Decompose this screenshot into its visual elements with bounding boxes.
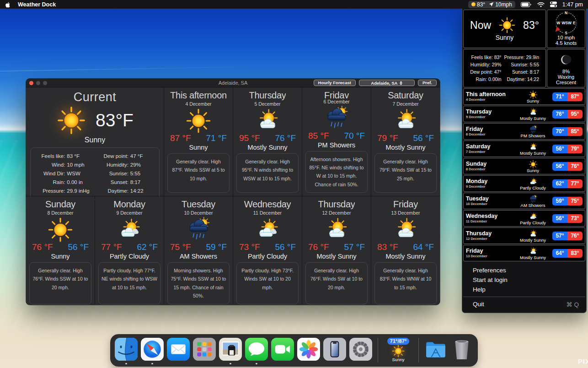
forecast-row[interactable]: Sunday 8 December Sunny 56° 76°: [463, 158, 585, 174]
card-summary: Afternoon showers. High 85°F. NE winds s…: [305, 151, 368, 193]
row-condition: Sunny: [527, 168, 539, 173]
mostly-sunny-icon: [323, 216, 350, 243]
card-day: Monday: [113, 199, 145, 210]
temp-badge: 70° 85°: [552, 127, 583, 136]
forecast-row[interactable]: Saturday 7 December Mostly Sunny 56° 79°: [463, 141, 585, 157]
dock-item[interactable]: [297, 338, 320, 361]
forecast-row[interactable]: Thursday 5 December Mostly Sunny 76° 95°: [463, 106, 585, 122]
menu-bar-clock[interactable]: 1:47 pm: [562, 1, 583, 8]
dock-item[interactable]: [245, 338, 268, 361]
sunny-icon: [56, 105, 86, 135]
minimize-button[interactable]: [36, 81, 40, 85]
card-day: This afternoon: [170, 90, 227, 101]
dock-item[interactable]: [167, 338, 190, 361]
card-high-temp: 73 °F: [239, 242, 260, 252]
forecast-row[interactable]: Thursday 12 December Mostly Sunny 57° 76…: [463, 227, 585, 244]
card-date: 11 December: [253, 210, 282, 216]
system-settings-icon: [349, 338, 372, 361]
current-title: Current: [74, 90, 117, 104]
control-center-icon[interactable]: [550, 1, 557, 7]
pref-button[interactable]: Pref.: [418, 80, 437, 86]
forecast-grid: Current 83°F Sunny Feels like:83 °F Wind…: [26, 87, 440, 304]
card-high-temp: 87 °F: [170, 133, 191, 143]
card-high-temp: 83 °F: [377, 242, 398, 252]
temp-badge: 62° 77°: [552, 179, 583, 188]
forecast-row[interactable]: Friday 6 December PM Showers 70° 85°: [463, 123, 585, 140]
card-low-temp: 71 °F: [206, 133, 227, 143]
dock-item[interactable]: [424, 338, 447, 361]
card-summary: Generally clear. High 83°F. Winds WNW at…: [374, 262, 437, 304]
dock-item[interactable]: [450, 338, 473, 361]
card-day: Wednesday: [244, 199, 291, 210]
dock-item[interactable]: [271, 338, 294, 361]
card-date: 7 December: [392, 101, 418, 107]
close-button[interactable]: [29, 81, 33, 85]
row-day: Sunday: [466, 161, 513, 167]
apple-menu-icon[interactable]: [5, 1, 11, 8]
current-card: Current 83°F Sunny Feels like:83 °F Wind…: [26, 87, 164, 196]
card-low-temp: 56 °F: [413, 133, 434, 143]
forecast-row[interactable]: Wednesday 11 December Partly Cloudy 56° …: [463, 210, 585, 227]
menu-item[interactable]: Help: [463, 285, 585, 294]
menu-item[interactable]: Preferences: [463, 265, 585, 275]
menu-bar-app-name[interactable]: Weather Dock: [18, 1, 56, 8]
running-indicator: [256, 363, 257, 365]
sunny-icon: [529, 160, 538, 169]
card-low-temp: 76 °F: [275, 133, 296, 143]
dock-item[interactable]: [323, 338, 346, 361]
high-temp: 73°: [567, 214, 583, 223]
detail-line: Pressure: 29.9in: [504, 54, 542, 61]
temp-badge: 59° 75°: [552, 197, 583, 206]
trash-icon: [450, 338, 473, 361]
card-summary: Partly cloudy. High 73°F. Winds SW at 10…: [236, 262, 299, 304]
forecast-row[interactable]: This afternoon 4 December Sunny 71° 87°: [463, 88, 585, 105]
detail-line: Sunset:8:17: [95, 178, 159, 187]
iphone-mirroring-icon: [323, 338, 346, 361]
row-date: 5 December: [466, 115, 513, 119]
temp-badge: 76° 95°: [552, 110, 583, 119]
hourly-forecast-button[interactable]: Hourly Forecast: [314, 80, 356, 86]
menu-item[interactable]: Start at login: [463, 275, 585, 285]
card-date: 12 December: [322, 210, 351, 216]
dock-item[interactable]: [349, 338, 372, 361]
forecast-row[interactable]: Monday 9 December Partly Cloudy 62° 77°: [463, 175, 585, 192]
card-condition: PM Showers: [318, 141, 355, 149]
dock-item[interactable]: [141, 338, 164, 361]
showers-icon: [185, 216, 212, 243]
card-low-temp: 56 °F: [68, 242, 89, 252]
battery-icon[interactable]: [521, 2, 532, 7]
row-day: Saturday: [466, 144, 513, 150]
low-temp: 59°: [552, 197, 567, 206]
location-select[interactable]: Adelaide, SA: [359, 80, 415, 86]
zoom-button[interactable]: [43, 81, 47, 85]
row-condition: Mostly Sunny: [520, 238, 546, 243]
preview-icon: [219, 338, 242, 361]
safari-icon: [141, 338, 164, 361]
detail-line: Wind Dir:WSW: [32, 169, 95, 178]
forecast-row[interactable]: Tuesday 10 December AM Showers 59° 75°: [463, 193, 585, 209]
mostly-sunny-icon: [392, 216, 419, 243]
card-high-temp: 75 °F: [170, 242, 191, 252]
window-titlebar[interactable]: Adelaide, SA Hourly Forecast Adelaide, S…: [26, 79, 440, 87]
detail-line: Feels like: 83°: [467, 54, 504, 61]
menu-bar-weather-item[interactable]: 83° 10mph: [468, 1, 515, 8]
location-select-value: Adelaide, SA: [371, 81, 397, 86]
running-indicator: [151, 363, 153, 365]
dock-item[interactable]: [193, 338, 216, 361]
low-temp: 64°: [552, 249, 567, 258]
detail-line: Sunset: 8:17: [504, 68, 542, 76]
dock-item[interactable]: [115, 338, 138, 361]
card-summary: Generally clear. High 76°F. Winds SSW at…: [29, 262, 91, 304]
wifi-icon[interactable]: [537, 2, 545, 7]
menu-item-quit[interactable]: Quit ⌘ Q: [463, 299, 585, 309]
dock-item[interactable]: [219, 338, 242, 361]
forecast-card: Wednesday 11 December 73 °F56 °F Partly …: [233, 196, 302, 305]
forecast-row[interactable]: Friday 13 December Mostly Sunny 64° 83°: [463, 245, 585, 261]
card-condition: Partly Cloudy: [110, 253, 149, 260]
row-day: Tuesday: [466, 196, 513, 202]
dock-item-weather-dock[interactable]: 71°/87° Sunny: [384, 338, 413, 366]
card-condition: Partly Cloudy: [248, 253, 287, 260]
compass-dial-icon: N S WWSWE: [556, 12, 577, 33]
showers-icon: [529, 125, 538, 134]
photos-icon: [297, 338, 320, 361]
